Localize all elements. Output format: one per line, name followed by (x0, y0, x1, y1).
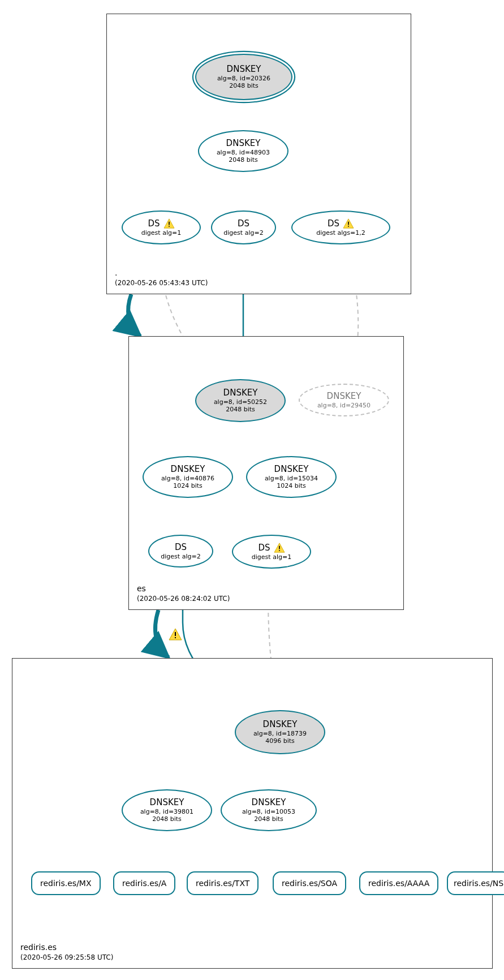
warning-icon (343, 218, 354, 229)
zone-rediris-label: rediris.es (2020-05-26 09:25:58 UTC) (20, 942, 113, 962)
rr-aaaa: rediris.es/AAAA (359, 871, 438, 895)
ds-root-alg2: DS digest alg=2 (211, 210, 276, 244)
zone-rediris-name: rediris.es (20, 942, 113, 953)
dnskey-es-zsk2: DNSKEY alg=8, id=15034 1024 bits (246, 456, 337, 498)
rr-soa: rediris.es/SOA (273, 871, 346, 895)
ds-root-alg1: DS digest alg=1 (122, 210, 201, 244)
zone-es-time: (2020-05-26 08:24:02 UTC) (137, 594, 230, 604)
rr-mx: rediris.es/MX (31, 871, 101, 895)
dnskey-es-ksk: DNSKEY alg=8, id=50252 2048 bits (195, 379, 286, 422)
warning-icon (169, 628, 182, 641)
rr-a: rediris.es/A (113, 871, 175, 895)
diagram-stage: . (2020-05-26 05:43:43 UTC) es (2020-05-… (0, 0, 504, 980)
ds-root-algs12: DS digest algs=1,2 (291, 210, 390, 244)
dnskey-es-zsk1: DNSKEY alg=8, id=40876 1024 bits (143, 456, 233, 498)
zone-es-label: es (2020-05-26 08:24:02 UTC) (137, 583, 230, 604)
dnskey-rediris-zsk1: DNSKEY alg=8, id=39801 2048 bits (122, 789, 212, 831)
rr-txt: rediris.es/TXT (187, 871, 259, 895)
dnskey-root-zsk: DNSKEY alg=8, id=48903 2048 bits (198, 130, 288, 172)
zone-es-name: es (137, 583, 230, 595)
ds-es-alg2: DS digest alg=2 (148, 535, 213, 568)
zone-rediris-time: (2020-05-26 09:25:58 UTC) (20, 953, 113, 962)
rr-ns: rediris.es/NS (447, 871, 504, 895)
dnskey-root-ksk: DNSKEY alg=8, id=20326 2048 bits (195, 54, 292, 100)
warning-icon (274, 543, 285, 553)
ds-es-alg1: DS digest alg=1 (232, 535, 311, 569)
warning-icon (163, 218, 175, 229)
dnskey-rediris-ksk: DNSKEY alg=8, id=18739 4096 bits (235, 710, 325, 754)
zone-root-time: (2020-05-26 05:43:43 UTC) (115, 278, 208, 288)
dnskey-es-ghost: DNSKEY alg=8, id=29450 (299, 384, 389, 416)
zone-root-label: . (2020-05-26 05:43:43 UTC) (115, 268, 208, 288)
zone-root-name: . (115, 268, 208, 279)
dnskey-rediris-zsk2: DNSKEY alg=8, id=10053 2048 bits (221, 789, 317, 831)
